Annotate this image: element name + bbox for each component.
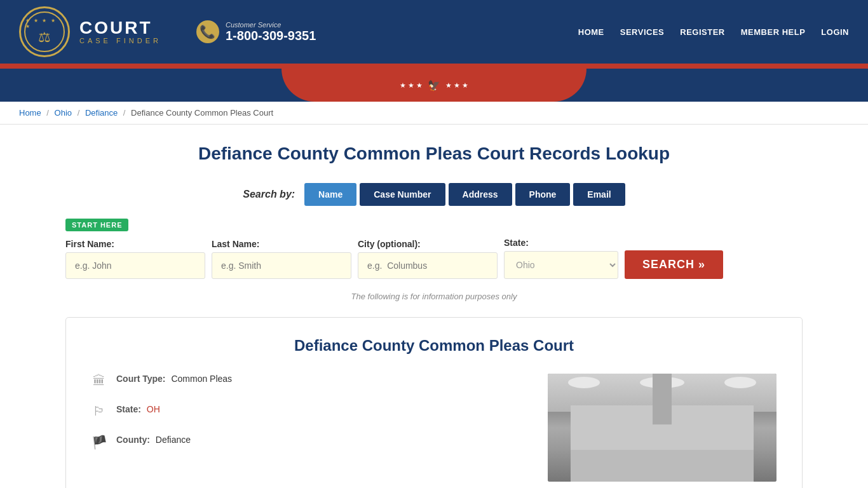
customer-service-phone: 1-800-309-9351 bbox=[226, 29, 316, 43]
court-type-label: Court Type: bbox=[116, 374, 166, 384]
flag-icon: 🏳 bbox=[92, 404, 107, 419]
state-group: State: Ohio bbox=[504, 238, 618, 279]
logo-scales-icon: ⚖ bbox=[38, 29, 51, 46]
tab-phone[interactable]: Phone bbox=[515, 183, 571, 206]
court-type-row: 🏛 Court Type: Common Pleas bbox=[92, 374, 522, 388]
state-row: 🏳 State: OH bbox=[92, 404, 522, 419]
arc-star-2: ★ ★ ★ bbox=[445, 81, 468, 90]
red-bar bbox=[0, 64, 868, 69]
tab-name[interactable]: Name bbox=[304, 183, 356, 206]
court-image bbox=[548, 374, 776, 482]
county-row: 🏴 County: Defiance bbox=[92, 435, 522, 450]
court-image-area bbox=[548, 374, 776, 482]
nav-member-help[interactable]: MEMBER HELP bbox=[741, 27, 806, 37]
eagle-icon: 🦅 bbox=[428, 79, 440, 92]
breadcrumb-home[interactable]: Home bbox=[19, 108, 41, 118]
nav-services[interactable]: SERVICES bbox=[620, 27, 665, 37]
first-name-group: First Name: bbox=[65, 239, 205, 279]
search-button[interactable]: SEARCH » bbox=[625, 250, 723, 279]
search-form: First Name: Last Name: City (optional): … bbox=[65, 238, 803, 279]
customer-service: 📞 Customer Service 1-800-309-9351 bbox=[196, 20, 316, 43]
city-input[interactable] bbox=[358, 252, 498, 279]
nav-register[interactable]: REGISTER bbox=[680, 27, 724, 37]
nav-home[interactable]: HOME bbox=[578, 27, 604, 37]
main-content: Defiance County Common Pleas Court Recor… bbox=[53, 125, 815, 488]
first-name-input[interactable] bbox=[65, 252, 205, 279]
state-label: State: bbox=[504, 238, 618, 248]
arc-star-1: ★ ★ ★ bbox=[400, 81, 423, 90]
state-info-label: State: bbox=[116, 404, 141, 414]
city-group: City (optional): bbox=[358, 239, 498, 279]
search-form-area: START HERE First Name: Last Name: City (… bbox=[65, 219, 803, 279]
court-info-box: Defiance County Common Pleas Court 🏛 Cou… bbox=[65, 317, 803, 488]
breadcrumb-sep-1: / bbox=[46, 108, 49, 118]
breadcrumb-sep-2: / bbox=[78, 108, 80, 118]
breadcrumb-current: Defiance County Common Pleas Court bbox=[131, 108, 273, 118]
state-select[interactable]: Ohio bbox=[504, 251, 618, 279]
arc-shape: ★ ★ ★ 🦅 ★ ★ ★ bbox=[281, 69, 587, 102]
state-info-value: OH bbox=[147, 404, 160, 414]
phone-icon: 📞 bbox=[196, 20, 219, 43]
arc-container: ★ ★ ★ 🦅 ★ ★ ★ bbox=[0, 69, 868, 102]
info-note: The following is for information purpose… bbox=[65, 292, 803, 301]
court-info-left: 🏛 Court Type: Common Pleas 🏳 State: OH bbox=[92, 374, 522, 482]
search-by-label: Search by: bbox=[243, 189, 295, 200]
breadcrumb: Home / Ohio / Defiance / Defiance County… bbox=[0, 102, 868, 125]
county-label: County: bbox=[116, 435, 150, 445]
breadcrumb-ohio[interactable]: Ohio bbox=[55, 108, 72, 118]
logo: ★ ★ ★ ★ ★ ⚖ COURT CASE FINDER bbox=[19, 6, 171, 57]
logo-case-finder-text: CASE FINDER bbox=[79, 37, 161, 44]
start-here-badge: START HERE bbox=[65, 219, 128, 231]
building-icon: 🏛 bbox=[92, 374, 107, 388]
first-name-label: First Name: bbox=[65, 239, 205, 249]
tab-case-number[interactable]: Case Number bbox=[360, 183, 445, 206]
page-title: Defiance County Common Pleas Court Recor… bbox=[65, 144, 803, 164]
nav-login[interactable]: LOGIN bbox=[821, 27, 849, 37]
map-icon: 🏴 bbox=[92, 435, 107, 450]
court-type-value: Common Pleas bbox=[171, 374, 232, 384]
tab-email[interactable]: Email bbox=[573, 183, 625, 206]
last-name-input[interactable] bbox=[212, 252, 351, 279]
logo-court-text: COURT bbox=[79, 19, 153, 37]
last-name-label: Last Name: bbox=[212, 239, 351, 249]
customer-service-label: Customer Service bbox=[226, 21, 316, 29]
main-nav: HOME SERVICES REGISTER MEMBER HELP LOGIN bbox=[578, 27, 849, 37]
logo-stars: ★ ★ ★ ★ ★ bbox=[25, 18, 64, 29]
logo-circle: ★ ★ ★ ★ ★ ⚖ bbox=[19, 6, 70, 57]
last-name-group: Last Name: bbox=[212, 239, 351, 279]
county-value: Defiance bbox=[156, 435, 191, 445]
breadcrumb-sep-3: / bbox=[123, 108, 126, 118]
search-by-row: Search by: Name Case Number Address Phon… bbox=[65, 183, 803, 206]
breadcrumb-defiance[interactable]: Defiance bbox=[85, 108, 118, 118]
tab-address[interactable]: Address bbox=[449, 183, 512, 206]
court-info-title: Defiance County Common Pleas Court bbox=[92, 337, 776, 355]
city-label: City (optional): bbox=[358, 239, 498, 249]
